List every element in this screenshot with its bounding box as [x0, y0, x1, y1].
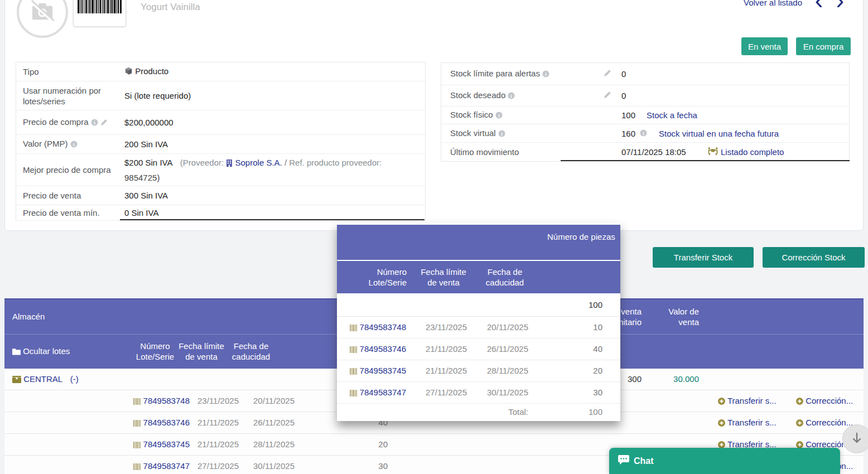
lot-sell-by: 27/11/2025 [189, 456, 239, 474]
info-icon [498, 129, 505, 139]
lots-detail-popup: Número de piezas Número Lote/Serie Fecha… [337, 223, 620, 421]
lot-sell-by: 21/11/2025 [414, 360, 467, 381]
lot-expiry: 20/11/2025 [244, 390, 295, 412]
sale-value-column-header: Valor de venta [660, 306, 699, 327]
stock-virtual-label: Stock virtual [450, 128, 496, 138]
info-icon [640, 129, 647, 138]
lot-expiry: 30/11/2025 [476, 382, 528, 403]
provider-prefix: (Proveedor: [180, 158, 224, 167]
buy-price-value: $200,000000 [124, 115, 406, 129]
lot-link[interactable]: 7849583745 [360, 366, 406, 375]
table-row: Precio de compra $200,000000 [16, 110, 425, 135]
type-label: Tipo [16, 66, 124, 77]
transfer-stock-button[interactable]: Transferir Stock [653, 247, 754, 268]
lot-sell-by: 23/11/2025 [189, 390, 239, 412]
supplier-link[interactable]: Soprole S.A. [235, 158, 282, 167]
lot-qty: 30 [339, 456, 388, 474]
next-product-chevron-icon[interactable] [836, 0, 844, 7]
sell-price-value: 300 Sin IVA [124, 188, 406, 202]
last-movement-label: Último movimiento [441, 147, 519, 157]
sell-by-column-header: Fecha límite de venta [416, 267, 471, 288]
buy-price-label: Precio de compra [23, 117, 89, 127]
barcode-icon [350, 318, 357, 339]
popup-total-row: Total: 100 [337, 404, 620, 421]
collapse-lots-toggle[interactable]: (-) [70, 374, 79, 384]
popup-subheader: Número Lote/Serie Fecha límite de venta … [337, 260, 620, 293]
table-row: Tipo Producto [16, 62, 425, 81]
barcode-icon [350, 383, 357, 404]
edit-pencil-icon[interactable] [100, 118, 108, 128]
people-carry-icon [707, 147, 718, 157]
prev-product-chevron-icon[interactable] [815, 0, 823, 7]
info-icon [91, 118, 98, 128]
separator: / [284, 158, 287, 167]
folder-icon [12, 336, 21, 369]
lot-sell-by: 21/11/2025 [189, 412, 239, 433]
lot-link[interactable]: 7849583746 [143, 418, 190, 427]
arrow-down-icon [851, 432, 862, 446]
lot-link[interactable]: 7849583745 [143, 439, 190, 449]
edit-pencil-icon[interactable] [604, 91, 611, 100]
pieces-column-header: Número de piezas [547, 231, 603, 242]
table-row: Stock deseado 0 [441, 85, 849, 107]
stock-physical-label: Stock físico [450, 110, 493, 119]
lot-link[interactable]: 7849583746 [360, 344, 406, 354]
supplier-ref-label: Ref. producto proveedor: [289, 158, 382, 167]
on-sale-badge[interactable]: En venta [741, 37, 788, 55]
lot-link[interactable]: 7849583747 [143, 461, 190, 471]
plus-circle-icon [718, 413, 725, 434]
info-icon [495, 111, 503, 120]
warehouse-qty: 100 [558, 293, 602, 317]
plus-circle-icon [718, 391, 725, 413]
lot-numbering-value: Si (lote requerido) [124, 89, 406, 103]
lot-link[interactable]: 7849583748 [360, 322, 406, 332]
lot-expiry: 26/11/2025 [476, 338, 528, 360]
supplier-ref-value: 9854725) [124, 173, 160, 182]
plus-circle-icon [796, 391, 803, 413]
hide-lots-link[interactable]: Ocultar lotes [23, 346, 70, 356]
chat-bubble-icon [618, 455, 629, 467]
edit-pencil-icon[interactable] [604, 69, 611, 79]
lot-expiry: 26/11/2025 [244, 412, 295, 433]
warehouse-link[interactable]: CENTRAL [23, 374, 62, 384]
correction-stock-button[interactable]: Corrección Stock [763, 247, 865, 268]
product-info-table: Tipo Producto Usar numeración por lotes/… [16, 62, 426, 221]
last-movement-value: 07/11/2025 18:05 [621, 147, 686, 157]
popup-lot-row: 7849583745 21/11/2025 28/11/2025 20 [337, 360, 620, 382]
lot-expiry: 20/11/2025 [476, 317, 528, 338]
barcode-icon [350, 340, 357, 361]
lot-link[interactable]: 7849583747 [360, 388, 406, 397]
transfer-lot-link[interactable]: Transferir s... [727, 396, 777, 405]
chat-widget[interactable]: Chat [609, 448, 840, 474]
scroll-to-bottom-button[interactable] [842, 424, 868, 453]
lot-numbering-label: Usar numeración por lotes/series [16, 85, 124, 107]
product-barcode-image [73, 0, 126, 27]
lot-expiry: 28/11/2025 [476, 360, 528, 381]
warehouse-column-header: Almacén [12, 299, 45, 334]
on-purchase-badge[interactable]: En compra [796, 37, 851, 55]
total-value: 100 [558, 404, 602, 420]
table-row: Mejor precio de compra $200 Sin IVA (Pro… [16, 154, 425, 186]
expiry-column-header: Fecha de caducidad [223, 341, 279, 362]
best-price-label: Mejor precio de compra [16, 165, 124, 175]
stock-alert-label: Stock límite para alertas [450, 69, 540, 78]
transfer-lot-link[interactable]: Transferir s... [727, 418, 777, 427]
lot-sell-by: 21/11/2025 [414, 338, 467, 360]
correction-lot-link[interactable]: Corrección... [806, 418, 853, 427]
sell-by-column-header: Fecha límite de venta [173, 341, 229, 362]
full-listing-link[interactable]: Listado completo [721, 147, 784, 157]
barcode-icon [133, 391, 141, 413]
plus-circle-icon [796, 413, 803, 434]
expiry-column-header: Fecha de caducidad [477, 267, 533, 288]
stock-at-date-link[interactable]: Stock a fecha [647, 110, 697, 120]
virtual-stock-future-link[interactable]: Stock virtual en una fecha futura [659, 129, 779, 138]
table-row: Precio de venta 300 Sin IVA [16, 186, 425, 205]
lot-column-header: Número Lote/Serie [130, 341, 180, 362]
popup-header: Número de piezas [337, 225, 620, 260]
lot-expiry: 30/11/2025 [244, 456, 295, 474]
lot-sell-by: 27/11/2025 [414, 382, 467, 403]
table-row: Último movimiento 07/11/2025 18:05 Lista… [441, 143, 849, 161]
back-to-list-link[interactable]: Volver al listado [744, 0, 802, 7]
lot-link[interactable]: 7849583748 [143, 396, 190, 405]
correction-lot-link[interactable]: Corrección... [806, 396, 853, 405]
